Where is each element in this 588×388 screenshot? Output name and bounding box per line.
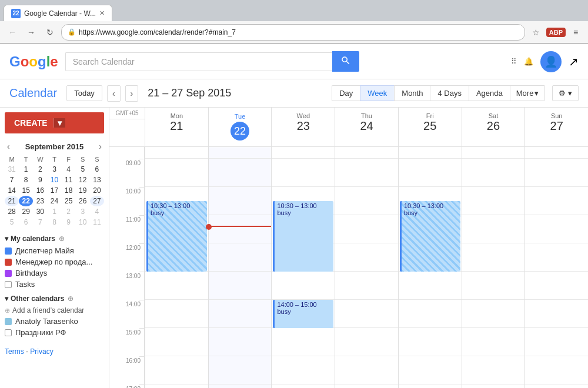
address-bar[interactable]: 🔒 https://www.google.com/calendar/render… <box>61 24 525 41</box>
day-column[interactable] <box>208 147 272 388</box>
mini-cal-prev[interactable]: ‹ <box>5 141 12 152</box>
mini-cal-day[interactable]: 31 <box>5 164 19 175</box>
mini-cal-day[interactable]: 29 <box>19 206 33 217</box>
mini-cal-day[interactable]: 8 <box>47 217 61 228</box>
mini-cal-day[interactable]: 15 <box>19 185 33 196</box>
day-header-col[interactable]: Wed23 <box>271 108 335 146</box>
calendar-body[interactable]: 01:0002:0003:0004:0005:0006:0007:0008:00… <box>109 147 588 388</box>
back-button[interactable]: ← <box>5 25 20 40</box>
mini-cal-day[interactable]: 26 <box>76 196 90 206</box>
mini-cal-day[interactable]: 17 <box>47 185 61 196</box>
calendar-item[interactable]: Диспетчер Майя <box>5 245 104 256</box>
other-calendars-section[interactable]: ▾ Other calendars ⊕ <box>5 295 104 303</box>
search-button[interactable] <box>332 51 359 72</box>
agenda-view-button[interactable]: Agenda <box>469 85 510 101</box>
mini-cal-day[interactable]: 9 <box>33 175 47 185</box>
day-column[interactable] <box>335 147 398 388</box>
prev-button[interactable]: ‹ <box>107 85 121 102</box>
mini-cal-day[interactable]: 23 <box>33 196 47 206</box>
calendar-item[interactable]: Birthdays <box>5 267 104 279</box>
mini-cal-day[interactable]: 6 <box>19 217 33 228</box>
adblock-button[interactable]: ABP <box>546 28 566 37</box>
mini-cal-day[interactable]: 25 <box>62 196 76 206</box>
calendar-item[interactable]: Anatoly Tarasenko <box>5 316 104 327</box>
terms-link[interactable]: Terms <box>5 347 24 356</box>
day-header-col[interactable]: Sat26 <box>462 108 525 146</box>
forward-button[interactable]: → <box>24 25 39 40</box>
mini-cal-day[interactable]: 12 <box>76 175 90 185</box>
bookmark-icon[interactable]: ☆ <box>529 25 544 40</box>
calendar-item[interactable]: Tasks <box>5 279 104 290</box>
privacy-link[interactable]: Privacy <box>30 347 53 356</box>
mini-cal-day[interactable]: 10 <box>47 175 61 185</box>
day-column[interactable]: 10:30 – 13:00busy14:00 – 15:00busy <box>271 147 335 388</box>
four-days-view-button[interactable]: 4 Days <box>430 85 468 101</box>
mini-cal-day[interactable]: 20 <box>90 185 104 196</box>
add-friend-input[interactable]: ⊕ Add a friend's calendar <box>5 305 104 316</box>
day-header-col[interactable]: Sun27 <box>524 108 588 146</box>
mini-cal-day[interactable]: 5 <box>5 217 19 228</box>
mini-cal-day[interactable]: 8 <box>19 175 33 185</box>
mini-cal-day[interactable]: 3 <box>47 164 61 175</box>
other-calendars-options[interactable]: ⊕ <box>66 295 75 303</box>
settings-button[interactable]: ⚙ ▾ <box>552 85 579 101</box>
calendar-event[interactable]: 14:00 – 15:00busy <box>273 300 333 328</box>
mini-cal-day[interactable]: 30 <box>33 206 47 217</box>
mini-cal-day[interactable]: 24 <box>47 196 61 206</box>
day-column[interactable] <box>462 147 525 388</box>
mini-cal-day[interactable]: 13 <box>90 175 104 185</box>
mini-cal-day[interactable]: 16 <box>33 185 47 196</box>
day-header-col[interactable]: Fri25 <box>398 108 462 146</box>
mini-cal-day[interactable]: 28 <box>5 206 19 217</box>
mini-cal-day[interactable]: 7 <box>5 175 19 185</box>
day-column[interactable]: 18:00 – 22:00 ... <box>524 147 588 388</box>
tab-close-icon[interactable]: ✕ <box>99 9 105 17</box>
mini-cal-day[interactable]: 7 <box>33 217 47 228</box>
mini-cal-day[interactable]: 21 <box>5 196 19 206</box>
create-dropdown-arrow[interactable]: ▾ <box>54 118 65 128</box>
calendar-item[interactable]: Менеджер по прода... <box>5 256 104 267</box>
mini-cal-day[interactable]: 11 <box>62 175 76 185</box>
active-tab[interactable]: 22 Google Calendar - W... ✕ <box>4 5 112 21</box>
mini-cal-day[interactable]: 11 <box>90 217 104 228</box>
my-calendars-options[interactable]: ⊕ <box>58 235 66 243</box>
mini-cal-day[interactable]: 6 <box>90 164 104 175</box>
menu-icon[interactable]: ≡ <box>568 25 583 40</box>
calendar-event[interactable]: 10:30 – 13:00busy <box>273 201 333 272</box>
mini-cal-day[interactable]: 9 <box>62 217 76 228</box>
week-view-button[interactable]: Week <box>360 85 394 101</box>
mini-cal-day[interactable]: 5 <box>76 164 90 175</box>
mini-cal-day[interactable]: 18 <box>62 185 76 196</box>
search-input[interactable] <box>65 52 332 71</box>
mini-cal-day[interactable]: 19 <box>76 185 90 196</box>
calendar-event[interactable]: 10:30 – 13:00busy <box>400 201 460 272</box>
mini-cal-day[interactable]: 27 <box>90 196 104 206</box>
mini-cal-day[interactable]: 4 <box>90 206 104 217</box>
notifications-icon[interactable]: 🔔 <box>524 57 533 66</box>
mini-cal-day[interactable]: 1 <box>47 206 61 217</box>
avatar[interactable]: 👤 <box>540 51 562 72</box>
mini-cal-day[interactable]: 4 <box>62 164 76 175</box>
calendar-item[interactable]: Праздники РФ <box>5 327 104 338</box>
mini-cal-day[interactable]: 14 <box>5 185 19 196</box>
create-button[interactable]: CREATE ▾ <box>5 112 104 133</box>
reload-button[interactable]: ↻ <box>42 25 58 40</box>
mini-cal-day[interactable]: 22 <box>19 196 33 206</box>
more-button[interactable]: More ▾ <box>510 85 546 101</box>
day-header-col[interactable]: Thu24 <box>335 108 398 146</box>
mini-cal-day[interactable]: 3 <box>76 206 90 217</box>
my-calendars-section[interactable]: ▾ My calendars ⊕ <box>5 235 104 243</box>
month-view-button[interactable]: Month <box>394 85 430 101</box>
mini-cal-day[interactable]: 1 <box>19 164 33 175</box>
mini-cal-day[interactable]: 2 <box>62 206 76 217</box>
next-button[interactable]: › <box>125 85 139 102</box>
mini-cal-day[interactable]: 10 <box>76 217 90 228</box>
today-button[interactable]: Today <box>66 85 102 101</box>
day-view-button[interactable]: Day <box>332 85 360 101</box>
day-header-col[interactable]: Mon21 <box>145 108 208 146</box>
mini-cal-day[interactable]: 2 <box>33 164 47 175</box>
day-column[interactable]: 10:30 – 13:00busy21:00 – 21:30 ...21:30 … <box>145 147 208 388</box>
day-column[interactable]: 10:30 – 13:00busy <box>398 147 462 388</box>
google-logo[interactable]: Google <box>9 53 58 70</box>
apps-icon[interactable]: ⠿ <box>511 57 517 66</box>
